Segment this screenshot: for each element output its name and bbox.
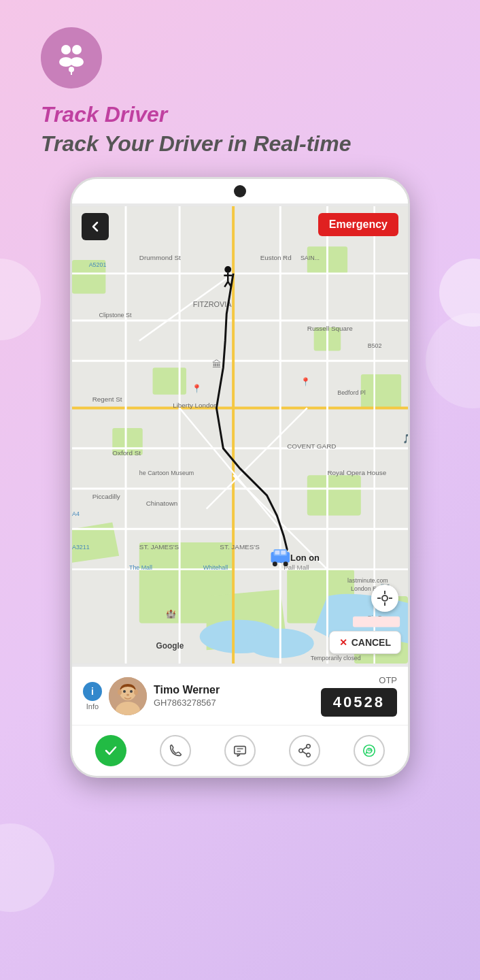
svg-text:A3211: A3211 [72,544,90,551]
info-icon[interactable]: i [83,682,102,701]
share-icon [297,743,312,758]
svg-text:ST. JAMES'S: ST. JAMES'S [139,543,179,551]
svg-text:Piccadilly: Piccadilly [92,493,120,500]
svg-text:🎵: 🎵 [402,433,408,444]
svg-rect-100 [235,747,246,754]
driver-id: GH7863278567 [154,698,220,708]
svg-rect-7 [307,475,361,515]
svg-text:Chinatown: Chinatown [146,500,178,507]
svg-text:Oxford St: Oxford St [112,449,141,457]
svg-point-3 [70,57,84,67]
track-driver-title: Track Driver [41,102,439,127]
svg-text:ST. JAMES'S: ST. JAMES'S [220,543,260,551]
svg-text:The Mall: The Mall [129,564,152,571]
emergency-button[interactable]: Emergency [318,213,398,236]
svg-point-95 [118,689,122,695]
svg-text:he Cartoon Museum: he Cartoon Museum [139,470,194,476]
svg-line-106 [303,747,307,750]
otp-value: 40528 [321,688,397,717]
svg-point-97 [123,690,126,693]
svg-point-75 [273,561,277,566]
svg-point-105 [307,753,311,757]
driver-name: Timo Werner [154,684,220,696]
svg-rect-17 [361,374,401,408]
driver-left: i Info [83,677,220,715]
camera-dot [234,185,246,197]
phone-mockup: FITZROVIA Oxford St Russell Square COVEN… [70,177,410,778]
phone-icon [168,743,183,758]
phone-circle [160,735,191,766]
x-icon: ✕ [339,637,347,648]
location-button[interactable] [371,585,398,612]
driver-avatar-svg [109,677,147,715]
svg-text:Liberty London: Liberty London [173,402,217,409]
cancel-button[interactable]: ✕ CANCEL [329,631,401,654]
app-icon [41,27,102,88]
whatsapp-circle: WA [354,735,385,766]
svg-point-104 [299,749,303,753]
share-action[interactable] [289,735,320,766]
info-label: Info [86,702,99,710]
chat-icon [233,743,247,758]
svg-text:Drummond St: Drummond St [139,254,181,261]
confirm-circle [95,735,126,766]
svg-rect-86 [353,617,400,627]
svg-point-87 [382,595,388,601]
svg-text:Google: Google [156,641,184,651]
svg-rect-77 [275,551,279,555]
driver-info: Timo Werner GH7863278567 [154,684,220,708]
svg-text:📍: 📍 [192,384,202,393]
svg-text:🏰: 🏰 [166,609,176,619]
whatsapp-action[interactable]: WA [354,735,385,766]
top-section: Track Driver Track Your Driver in Real-t… [0,0,480,170]
svg-text:Lon  on: Lon on [290,553,320,563]
app-icon-svg [52,39,90,77]
svg-text:Bedford Pl: Bedford Pl [337,389,365,396]
bg-circle-left [0,259,41,340]
svg-text:Whitehall: Whitehall [203,564,228,571]
svg-text:A4: A4 [72,510,80,517]
map-container: FITZROVIA Oxford St Russell Square COVEN… [72,203,408,666]
location-icon [377,591,392,606]
svg-text:FITZROVIA: FITZROVIA [193,300,232,308]
svg-point-99 [126,693,129,696]
svg-text:Royal Opera House: Royal Opera House [327,469,386,476]
driver-avatar [109,677,147,715]
svg-rect-15 [153,368,186,395]
svg-point-2 [72,45,82,54]
message-circle [224,735,256,766]
svg-text:COVENT GARD: COVENT GARD [287,442,336,450]
svg-rect-78 [281,551,286,555]
message-action[interactable] [224,735,256,766]
svg-point-4 [69,67,74,72]
svg-text:A5201: A5201 [89,261,107,268]
bg-circle-bottom-left [0,823,54,912]
whatsapp-icon: WA [362,743,377,758]
svg-point-103 [307,745,311,749]
back-arrow-icon [88,220,102,233]
bg-circle-right2 [426,313,480,408]
map-svg: FITZROVIA Oxford St Russell Square COVEN… [72,203,408,666]
checkmark-icon [103,742,119,759]
svg-text:🏛: 🏛 [212,359,222,370]
svg-text:Euston Rd: Euston Rd [260,254,292,261]
svg-point-98 [130,690,133,693]
svg-text:Clipstone St: Clipstone St [99,312,132,318]
svg-text:SAIN...: SAIN... [301,255,320,261]
svg-point-76 [284,561,288,566]
confirm-action[interactable] [95,735,126,766]
otp-section: OTP 40528 [321,675,397,717]
track-driver-subtitle: Track Your Driver in Real-time [41,131,439,157]
svg-text:Russell Square: Russell Square [307,325,353,332]
phone-camera [72,179,408,203]
svg-text:B502: B502 [368,342,382,349]
action-bar: WA [72,725,408,776]
svg-point-68 [224,266,231,273]
svg-point-0 [61,45,71,54]
share-circle [289,735,320,766]
phone-action[interactable] [160,735,191,766]
svg-text:Temporarily closed: Temporarily closed [311,655,361,662]
back-button[interactable] [82,213,109,240]
svg-text:📍: 📍 [301,377,311,387]
svg-line-107 [303,751,307,754]
